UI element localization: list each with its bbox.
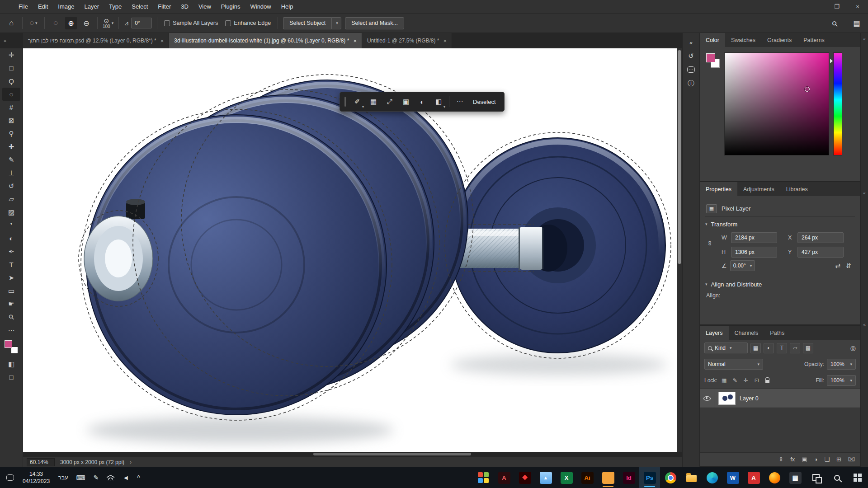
new-adjustment-layer-icon[interactable]: ◑ <box>814 456 818 463</box>
dodge-tool[interactable]: ◐ <box>2 232 20 245</box>
layer-thumbnail[interactable] <box>718 392 736 405</box>
tab-properties[interactable]: Properties <box>700 182 737 196</box>
drag-handle[interactable] <box>344 97 346 107</box>
search-icon[interactable]: ⚲ <box>830 14 847 32</box>
tab-gradients[interactable]: Gradients <box>761 33 797 47</box>
menu-help[interactable]: Help <box>276 0 298 14</box>
refine-selection-icon[interactable]: ✐ <box>350 95 364 108</box>
y-field[interactable]: 427 px <box>797 247 844 258</box>
healing-brush-tool[interactable]: ✚ <box>2 140 20 153</box>
menu-edit[interactable]: Edit <box>33 0 53 14</box>
transform-selection-icon[interactable]: ▦ <box>367 95 380 108</box>
tab-channels[interactable]: Channels <box>729 326 764 340</box>
lock-image-pixels-icon[interactable]: ✎ <box>731 376 739 385</box>
select-subject-button[interactable]: Select Subject <box>283 17 331 29</box>
blur-tool[interactable]: ❜ <box>2 219 20 232</box>
subtract-from-selection-icon[interactable]: ⊖ <box>80 17 92 29</box>
action-center-icon[interactable] <box>2 467 18 488</box>
sample-all-layers-checkbox[interactable]: Sample All Layers <box>164 20 218 26</box>
fill-selection-icon[interactable]: ◧ <box>432 95 445 108</box>
width-field[interactable]: 2184 px <box>731 232 777 243</box>
close-button[interactable]: × <box>847 0 868 14</box>
select-and-mask-button[interactable]: Select and Mask... <box>345 17 404 29</box>
height-field[interactable]: 1306 px <box>731 247 777 258</box>
close-tab-icon[interactable]: × <box>353 38 357 44</box>
deselect-button[interactable]: Deselect <box>469 99 500 105</box>
filter-pixel-layers-icon[interactable]: ▦ <box>750 343 761 353</box>
flip-vertical-icon[interactable]: ⇵ <box>846 262 851 269</box>
layer-row[interactable]: Layer 0 <box>700 389 860 408</box>
restore-button[interactable]: ❐ <box>826 0 847 14</box>
language-indicator[interactable]: עבר <box>54 467 72 488</box>
tab-color[interactable]: Color <box>700 33 725 47</box>
taskbar-app-chrome[interactable] <box>660 467 681 488</box>
scrollbar-thumb[interactable] <box>678 50 681 264</box>
collapse-toolbar-icon[interactable]: » <box>4 38 6 43</box>
type-tool[interactable]: T <box>2 258 20 271</box>
delete-layer-icon[interactable]: ⌧ <box>848 456 855 463</box>
brush-size-picker[interactable]: ⊙ 100 ▾ <box>103 18 113 29</box>
rectangle-tool[interactable]: ▭ <box>2 284 20 297</box>
taskbar-app-word[interactable]: W <box>722 467 743 488</box>
close-tab-icon[interactable]: × <box>443 38 447 44</box>
pen-tool[interactable]: ✒ <box>2 245 20 258</box>
create-mask-icon[interactable]: ▣ <box>399 95 413 108</box>
lock-artboard-icon[interactable]: ⊡ <box>753 376 761 385</box>
document-tab-3[interactable]: Untitled-1 @ 27.5% (RGB/8) * × <box>362 33 452 48</box>
canvas[interactable]: ✐ ▦ ⤢ ▣ ◐ ◧ ⋯ Deselect <box>23 48 682 452</box>
history-panel-icon[interactable]: ↺ <box>684 49 698 63</box>
layer-name[interactable]: Layer 0 <box>740 395 759 402</box>
lock-position-icon[interactable]: ✛ <box>742 376 750 385</box>
taskbar-app-indesign[interactable]: Id <box>618 467 639 488</box>
filter-smart-objects-icon[interactable]: ▩ <box>803 343 813 353</box>
opacity-dropdown[interactable]: 100% ▾ <box>827 359 856 370</box>
color-chips[interactable] <box>705 52 724 155</box>
taskbar-app-acrobat-reader[interactable]: A <box>743 467 764 488</box>
filter-adjustment-layers-icon[interactable]: ◐ <box>764 343 774 353</box>
eraser-tool[interactable]: ▱ <box>2 192 20 206</box>
taskbar-app-firefox[interactable] <box>764 467 785 488</box>
pen-icon[interactable]: ✎ <box>90 467 103 488</box>
lock-transparent-pixels-icon[interactable]: ▦ <box>720 376 728 385</box>
menu-layer[interactable]: Layer <box>80 0 104 14</box>
taskbar-app-excel[interactable]: X <box>556 467 577 488</box>
info-panel-icon[interactable]: ⓘ <box>684 76 698 90</box>
tab-paths[interactable]: Paths <box>764 326 790 340</box>
more-options-icon[interactable]: ⋯ <box>453 95 467 108</box>
flip-horizontal-icon[interactable]: ⇄ <box>835 262 841 269</box>
enhance-edge-checkbox[interactable]: Enhance Edge <box>225 20 271 26</box>
menu-image[interactable]: Image <box>53 0 79 14</box>
scrollbar-thumb[interactable] <box>313 453 472 455</box>
collapse-dock-icon[interactable]: « <box>863 191 866 196</box>
tab-libraries[interactable]: Libraries <box>780 182 814 196</box>
history-brush-tool[interactable]: ↺ <box>2 179 20 192</box>
foreground-color-chip[interactable] <box>706 53 715 62</box>
marquee-tool[interactable]: □ <box>2 61 20 75</box>
frame-tool[interactable]: ⊠ <box>2 114 20 127</box>
screen-mode-icon[interactable]: □ <box>2 371 20 384</box>
layer-styles-icon[interactable]: fx <box>790 456 795 463</box>
menu-3d[interactable]: 3D <box>176 0 193 14</box>
clone-stamp-tool[interactable]: ⊥ <box>2 166 20 179</box>
color-cursor[interactable] <box>805 87 810 92</box>
eyedropper-tool[interactable]: ⚲ <box>2 127 20 140</box>
horizontal-scrollbar[interactable] <box>23 452 682 456</box>
menu-plugins[interactable]: Plugins <box>216 0 245 14</box>
search-button[interactable] <box>826 467 847 488</box>
taskbar-app-acrobat[interactable]: ❖ <box>514 467 535 488</box>
menu-select[interactable]: Select <box>127 0 153 14</box>
close-tab-icon[interactable]: × <box>160 38 164 44</box>
lasso-tool[interactable]: Ϙ <box>2 75 20 88</box>
foreground-color-chip[interactable] <box>5 340 12 348</box>
link-dimensions-icon[interactable]: ∞ <box>707 241 714 245</box>
minimize-button[interactable]: – <box>806 0 826 14</box>
task-view-button[interactable] <box>806 467 826 488</box>
collapse-dock-icon[interactable]: « <box>863 322 866 327</box>
menu-view[interactable]: View <box>193 0 216 14</box>
filter-type-layers-icon[interactable]: T <box>777 343 787 353</box>
workspace-switcher-icon[interactable]: ▤ <box>851 17 863 29</box>
align-section-header[interactable]: ▾ Align and Distribute <box>705 277 855 291</box>
quick-mask-icon[interactable]: ◧ <box>2 357 20 371</box>
new-group-icon[interactable]: ❏ <box>824 456 830 463</box>
menu-filter[interactable]: Filter <box>153 0 176 14</box>
